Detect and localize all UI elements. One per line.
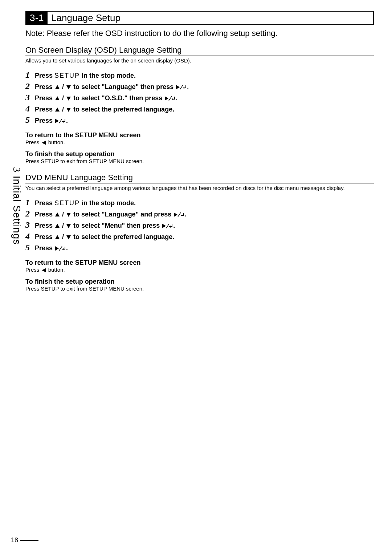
step-text: Press .	[35, 117, 68, 125]
text: .	[66, 117, 68, 124]
svg-marker-7	[165, 96, 168, 101]
slash: /	[60, 222, 66, 229]
text: .	[185, 211, 187, 218]
text: Press	[35, 83, 54, 90]
text: Press	[35, 72, 54, 79]
step-number: 5	[25, 243, 33, 252]
step-text: Press / to select the preferred language…	[35, 106, 174, 113]
text: to select the preferred language.	[72, 106, 174, 113]
step-text: Press / to select the preferred language…	[35, 233, 174, 241]
section-header: 3-1 Language Setup	[25, 11, 374, 25]
finish-text: Press SETUP to exit from SETUP MENU scre…	[25, 158, 374, 164]
step-text: Press .	[35, 244, 68, 252]
step-2: 2 Press / to select "Language" then pres…	[25, 81, 374, 91]
slash: /	[60, 106, 66, 113]
step-number: 3	[25, 93, 33, 102]
up-triangle-icon	[55, 235, 60, 240]
osd-desc: Allows you to set various languages for …	[25, 57, 374, 64]
osd-steps: 1 Press SETUP in the stop mode. 2 Press …	[25, 70, 374, 125]
svg-line-29	[59, 246, 62, 251]
text: button.	[47, 267, 65, 273]
text: Press	[25, 267, 41, 273]
svg-marker-10	[55, 108, 60, 112]
slash: /	[60, 94, 66, 102]
text: .	[173, 222, 175, 229]
step-text: Press SETUP in the stop mode.	[35, 72, 136, 80]
play-enter-icon	[162, 223, 173, 229]
slash: /	[60, 83, 66, 90]
up-triangle-icon	[55, 96, 60, 101]
svg-marker-12	[55, 119, 59, 123]
svg-marker-25	[169, 226, 171, 228]
return-text: Press button.	[25, 139, 374, 145]
step-4: 4 Press / to select the preferred langua…	[25, 104, 374, 114]
text: .	[187, 83, 189, 90]
step-1: 1 Press SETUP in the stop mode.	[25, 198, 374, 207]
text: to select the preferred language.	[72, 233, 174, 240]
up-triangle-icon	[55, 85, 60, 90]
text: Press	[35, 94, 54, 102]
dvd-heading: DVD MENU Language Setting	[25, 173, 374, 183]
setup-label: SETUP	[54, 199, 80, 207]
svg-marker-11	[66, 108, 71, 112]
step-text: Press / to select "Language" then press …	[35, 83, 189, 91]
page-line	[20, 540, 38, 541]
svg-marker-21	[55, 224, 60, 228]
svg-marker-23	[162, 224, 166, 228]
step-3: 3 Press / to select "Menu" then press .	[25, 220, 374, 230]
text: in the stop mode.	[80, 199, 136, 207]
dvd-steps: 1 Press SETUP in the stop mode. 2 Press …	[25, 198, 374, 252]
text: Press	[35, 244, 54, 252]
svg-marker-0	[55, 85, 60, 89]
sidebar-tab: 3 Initial Settings	[11, 167, 23, 245]
text: Press	[35, 222, 54, 229]
down-triangle-icon	[66, 107, 71, 112]
text: to select "Language" then press	[72, 83, 175, 90]
text: Press	[35, 211, 54, 218]
note-text: Note: Please refer the OSD instruction t…	[25, 29, 374, 38]
osd-block: On Screen Display (OSD) Language Setting…	[25, 45, 374, 164]
play-enter-icon	[164, 96, 175, 101]
svg-marker-28	[55, 246, 59, 251]
play-enter-icon	[173, 212, 184, 218]
svg-marker-17	[66, 213, 71, 217]
text: Press	[35, 199, 54, 207]
step-number: 5	[25, 115, 33, 125]
text: Press	[35, 106, 54, 113]
step-3: 3 Press / to select "O.S.D." then press …	[25, 93, 374, 102]
svg-marker-15	[42, 141, 46, 145]
step-5: 5 Press .	[25, 243, 374, 252]
text: to select "O.S.D." then press	[72, 94, 164, 102]
step-text: Press / to select "Menu" then press .	[35, 222, 175, 230]
text: in the stop mode.	[80, 72, 136, 79]
up-triangle-icon	[55, 107, 60, 112]
text: .	[66, 244, 68, 252]
svg-marker-30	[62, 248, 64, 250]
up-triangle-icon	[55, 212, 60, 217]
step-number: 2	[25, 209, 33, 219]
text: Press	[35, 233, 54, 240]
finish-text: Press SETUP to exit from SETUP MENU scre…	[25, 285, 374, 292]
text: button.	[47, 139, 65, 145]
text: to select "Language" and press	[72, 211, 173, 218]
svg-marker-18	[174, 212, 177, 217]
step-1: 1 Press SETUP in the stop mode.	[25, 70, 374, 80]
svg-marker-22	[66, 224, 71, 228]
step-text: Press / to select "O.S.D." then press .	[35, 94, 177, 102]
play-enter-icon	[55, 118, 66, 124]
step-2: 2 Press / to select "Language" and press…	[25, 209, 374, 219]
step-4: 4 Press / to select the preferred langua…	[25, 231, 374, 241]
step-number: 4	[25, 231, 33, 241]
page-number: 18	[11, 536, 38, 544]
play-enter-icon	[176, 84, 187, 90]
step-number: 4	[25, 104, 33, 114]
slash: /	[60, 233, 66, 240]
svg-line-19	[178, 212, 181, 217]
step-number: 1	[25, 70, 33, 80]
return-text: Press button.	[25, 267, 374, 273]
left-triangle-icon	[41, 140, 46, 145]
slash: /	[60, 211, 66, 218]
svg-line-13	[59, 119, 62, 123]
setup-label: SETUP	[54, 72, 80, 79]
text: Press	[35, 117, 54, 124]
